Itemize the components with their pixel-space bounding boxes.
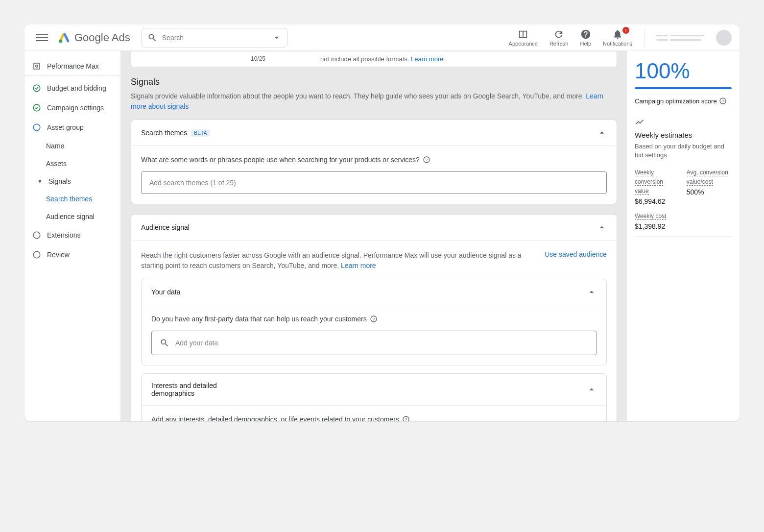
sidebar-item-performance-max[interactable]: Peformance Max [24,57,120,76]
search-icon [147,33,157,43]
metric1-label: Weekly conversion value [635,169,663,195]
audience-signal-title: Audience signal [141,223,190,231]
svg-text:?: ? [426,158,428,162]
logo[interactable]: Google Ads [58,31,130,45]
svg-rect-1 [34,63,40,69]
your-data-prompt: Do you have any first-party data that ca… [151,315,597,323]
chevron-up-icon [597,128,607,138]
audience-desc: Reach the right customers faster across … [141,250,535,271]
metric2-label: Avg. conversion value/cost [687,169,728,186]
svg-point-5 [33,124,40,131]
your-data-title: Your data [151,288,180,296]
help-icon[interactable]: ? [370,315,378,323]
top-right-actions: Appearance Refresh Help ! Notifications [509,29,732,47]
your-data-placeholder: Add your data [175,339,218,347]
radio-empty-icon [32,250,41,259]
trend-icon [635,117,732,127]
asset-group-label: Asset group [47,123,84,131]
help-button[interactable]: Help [580,29,591,47]
search-icon [160,338,169,348]
help-label: Help [580,41,591,47]
beta-badge: BETA [191,129,210,137]
metric1-value: $6,994.62 [635,197,677,205]
search-themes-placeholder: Add search themes (1 of 25) [149,179,236,187]
partial-card: 10/25 not include all possible formats. … [131,51,617,67]
campaign-settings-label: Campaign settings [47,104,104,112]
search-input[interactable] [162,34,267,42]
search-container[interactable] [141,28,288,48]
audience-learn-more-link[interactable]: Learn more [341,262,376,269]
metric-avg-conversion: Avg. conversion value/cost 500% [687,168,732,205]
help-icon [580,29,591,40]
help-icon[interactable]: ? [719,97,727,105]
svg-point-4 [33,104,40,111]
notification-badge: ! [622,27,629,34]
learn-more-link[interactable]: Learn more [411,55,443,63]
top-bar: Google Ads Appearance Refresh Help ! [24,24,740,51]
sidebar-item-campaign-settings[interactable]: Campaign settings [24,98,120,117]
extensions-label: Extensions [47,231,80,239]
refresh-button[interactable]: Refresh [549,29,569,47]
svg-point-2 [36,65,38,68]
interests-prompt: Add any interests, detailed demographics… [151,415,597,421]
metric2-value: 500% [687,188,732,196]
chevron-up-icon [587,287,597,297]
budget-label: Budget and bidding [47,84,106,92]
svg-point-3 [33,85,40,92]
svg-point-7 [33,251,40,258]
sidebar-item-asset-group[interactable]: Asset group [24,118,120,137]
use-saved-audience-link[interactable]: Use saved audience [545,250,607,258]
signals-desc: Signals provide valuable information abo… [131,91,617,112]
search-themes-prompt: What are some words or phrases people us… [141,156,607,164]
notifications-button[interactable]: ! Notifications [603,29,632,47]
metric3-label: Weekly cost [635,213,666,220]
sidebar-subitem-name[interactable]: Name [24,138,120,154]
estimates-title: Weekly estimates [635,131,732,139]
sidebar-item-extensions[interactable]: Extensions [24,226,120,244]
sidebar-subitem-audience-signal[interactable]: Audience signal [24,208,120,225]
partial-text: not include all possible formats. Learn … [271,55,609,63]
search-themes-header[interactable]: Search themes BETA [131,120,617,146]
svg-point-6 [33,232,40,239]
search-themes-title: Search themes [141,129,187,137]
sidebar: Peformance Max Budget and bidding Campai… [24,51,121,421]
audience-signal-header[interactable]: Audience signal [131,215,617,241]
sidebar-item-review[interactable]: Review [24,245,120,264]
logo-text: Google Ads [74,31,130,44]
bell-icon [612,29,623,40]
sidebar-item-budget[interactable]: Budget and bidding [24,79,120,97]
check-circle-icon [32,84,41,93]
overview-icon [32,62,41,71]
metric-conversion-value: Weekly conversion value $6,994.62 [635,168,677,205]
sidebar-subitem-assets[interactable]: Assets [24,155,120,172]
svg-text:?: ? [405,417,407,421]
radio-empty-icon [32,231,41,240]
check-circle-icon [32,103,41,112]
performance-max-label: Peformance Max [47,62,99,70]
content-main: 10/25 not include all possible formats. … [121,51,627,421]
sidebar-subitem-search-themes[interactable]: Search themes [24,191,120,207]
main-layout: Peformance Max Budget and bidding Campai… [24,51,740,421]
score-bar [635,87,732,89]
sidebar-subitem-signals[interactable]: ▼Signals [24,173,120,190]
help-icon[interactable]: ? [423,156,430,164]
chevron-down-icon[interactable] [272,33,282,43]
notifications-label: Notifications [603,41,632,47]
your-data-input[interactable]: Add your data [151,331,597,355]
metric-weekly-cost: Weekly cost $1,398.92 [635,211,732,230]
avatar[interactable] [716,30,732,46]
signals-title: Signals [131,77,617,87]
menu-icon[interactable] [32,28,52,48]
appearance-button[interactable]: Appearance [509,29,538,47]
search-themes-input[interactable]: Add search themes (1 of 25) [141,171,607,194]
chevron-up-icon [587,385,597,394]
metric3-value: $1,398.92 [635,222,732,230]
refresh-icon [553,29,564,40]
your-data-header[interactable]: Your data [142,279,606,305]
app-window: Google Ads Appearance Refresh Help ! [24,24,740,421]
interests-header[interactable]: Interests and detailed demographics [142,374,606,406]
svg-text:?: ? [372,317,375,321]
help-icon[interactable]: ? [402,415,410,421]
divider [644,29,645,47]
svg-point-0 [59,39,62,43]
